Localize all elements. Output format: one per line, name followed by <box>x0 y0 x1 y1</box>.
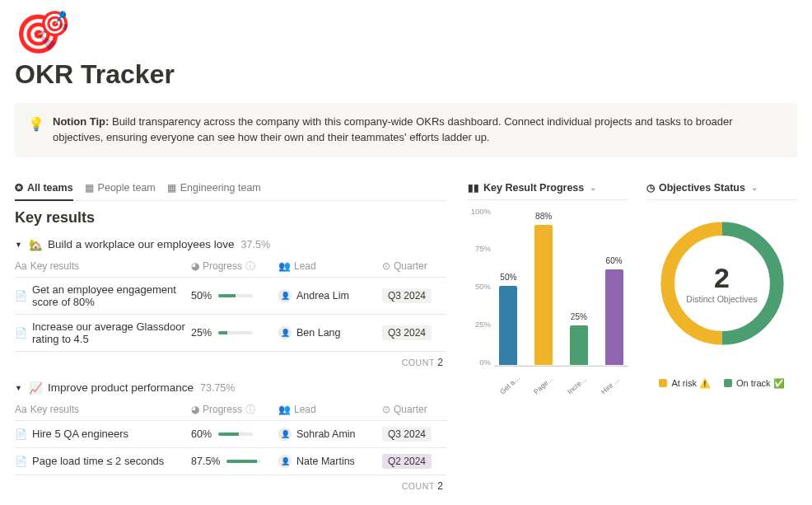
donut-center: 2 Distinct Objectives <box>660 222 784 345</box>
widget-header-donut[interactable]: ◷ Objectives Status ⌄ <box>646 179 797 200</box>
toggle-caret-icon[interactable]: ▼ <box>15 241 22 249</box>
avatar: 👤 <box>278 455 292 468</box>
plot-area: 50% 88% 25% 60% <box>494 207 628 367</box>
progress-fill <box>218 294 236 297</box>
bar-value: 60% <box>606 256 623 265</box>
quarter-badge: Q3 2024 <box>382 427 432 442</box>
lead-cell: 👤Andrea Lim <box>278 289 377 302</box>
bar: 88% <box>531 225 556 366</box>
y-axis: 100% 75% 50% 25% 0% <box>468 207 491 367</box>
kr-title-cell: 📄Increase our average Glassdoor rating t… <box>15 320 186 345</box>
tab-label: People team <box>98 182 156 194</box>
bar-chart-icon: ▮▮ <box>468 182 479 194</box>
toggle-caret-icon[interactable]: ▼ <box>15 384 22 392</box>
progress-bar <box>218 331 253 334</box>
donut-icon: ◕ <box>191 404 199 415</box>
lead-name: Ben Lang <box>296 327 341 339</box>
lead-cell: 👤Nate Martins <box>278 455 377 468</box>
kr-title-cell: 📄Hire 5 QA engineers <box>15 428 186 440</box>
info-icon: ⓘ <box>245 260 255 274</box>
swatch-icon <box>724 379 732 387</box>
donut-value: 2 <box>714 262 730 294</box>
quarter-badge: Q2 2024 <box>382 454 432 469</box>
callout: 💡 Notion Tip: Build transparency across … <box>15 103 797 157</box>
group-header: ▼ 📈 Improve product performance 73.75% <box>15 381 446 395</box>
tab-people-team[interactable]: ▦ People team <box>85 179 156 201</box>
callout-text: Notion Tip: Build transparency across th… <box>53 115 784 146</box>
table-row[interactable]: 📄Get an employee engagement score of 80%… <box>15 278 446 315</box>
bulb-icon: 💡 <box>28 115 44 146</box>
group-percent: 37.5% <box>241 239 270 250</box>
lead-name: Sohrab Amin <box>296 428 356 440</box>
progress-bar <box>218 433 253 436</box>
donut-legend: At risk ⚠️ On track ✅ <box>659 378 784 389</box>
progress-bar <box>226 460 261 463</box>
page-icon: 📄 <box>15 456 27 467</box>
table-row[interactable]: 📄Increase our average Glassdoor rating t… <box>15 315 446 352</box>
bar-value: 88% <box>535 212 552 221</box>
progress-cell: 60% <box>191 428 273 440</box>
group-label: Improve product performance <box>48 381 194 394</box>
group-label: Build a workplace our employees love <box>48 238 235 250</box>
tab-engineering-team[interactable]: ▦ Engineering team <box>167 179 261 201</box>
lead-name: Nate Martins <box>296 456 355 467</box>
table-footer: COUNT 2 <box>15 475 446 497</box>
column-progress: Progress <box>203 404 242 415</box>
group-percent: 73.75% <box>200 382 235 394</box>
progress-value: 50% <box>191 290 212 302</box>
kr-title: Hire 5 QA engineers <box>32 428 128 440</box>
table-header: AaKey results ◕Progressⓘ 👥Lead ⊙Quarter <box>15 256 446 278</box>
target-icon: ✪ <box>15 182 23 194</box>
bar-value: 25% <box>571 312 587 321</box>
widget-header-bar[interactable]: ▮▮ Key Result Progress ⌄ <box>468 179 628 200</box>
bar-value: 50% <box>500 273 516 282</box>
progress-value: 60% <box>191 428 212 440</box>
tab-all-teams[interactable]: ✪ All teams <box>15 179 73 201</box>
column-kr: Key results <box>30 260 79 272</box>
progress-cell: 87.5% <box>191 456 273 467</box>
widget-title: Objectives Status <box>659 182 745 194</box>
group-emoji-icon: 📈 <box>29 381 43 395</box>
select-icon: ⊙ <box>382 404 390 415</box>
page-icon: 🎯🎯 <box>15 15 62 53</box>
column-lead: Lead <box>294 260 316 272</box>
table-footer: COUNT 2 <box>15 352 446 373</box>
table-row[interactable]: 📄Page load time ≤ 2 seconds 87.5% 👤Nate … <box>15 448 446 475</box>
column-lead: Lead <box>294 404 316 415</box>
quarter-badge: Q3 2024 <box>382 288 432 303</box>
people-icon: 👥 <box>278 404 291 415</box>
kr-title: Get an employee engagement score of 80% <box>32 283 186 308</box>
progress-fill <box>226 460 257 463</box>
progress-fill <box>218 331 227 334</box>
kr-title-cell: 📄Page load time ≤ 2 seconds <box>15 455 186 467</box>
callout-bold: Notion Tip: <box>53 115 109 128</box>
group-name[interactable]: 🏡 Build a workplace our employees love <box>29 238 235 251</box>
page-title: OKR Tracker <box>15 59 797 90</box>
column-quarter: Quarter <box>394 260 427 272</box>
column-kr: Key results <box>30 404 79 415</box>
lead-name: Andrea Lim <box>296 290 349 302</box>
clock-icon: ◷ <box>646 182 655 194</box>
donut-icon: ◕ <box>191 260 199 272</box>
kr-title: Increase our average Glassdoor rating to… <box>32 320 186 345</box>
table-header: AaKey results ◕Progressⓘ 👥Lead ⊙Quarter <box>15 400 446 421</box>
people-icon: 👥 <box>278 260 291 272</box>
table-icon: ▦ <box>85 182 94 194</box>
avatar: 👤 <box>278 289 292 302</box>
donut-sublabel: Distinct Objectives <box>686 294 757 304</box>
select-icon: ⊙ <box>382 260 390 272</box>
table-row[interactable]: 📄Hire 5 QA engineers 60% 👤Sohrab Amin Q3… <box>15 421 446 448</box>
column-icon: Aa <box>15 260 27 272</box>
table-icon: ▦ <box>167 182 176 194</box>
legend-item-on-track: On track ✅ <box>724 378 785 389</box>
kr-title-cell: 📄Get an employee engagement score of 80% <box>15 283 186 308</box>
group-name[interactable]: 📈 Improve product performance <box>29 381 194 395</box>
kr-title: Page load time ≤ 2 seconds <box>32 455 164 467</box>
chevron-down-icon: ⌄ <box>590 183 596 192</box>
callout-body: Build transparency across the company wi… <box>53 115 733 143</box>
lead-cell: 👤Sohrab Amin <box>278 428 377 441</box>
dart-overlay-icon: 🎯 <box>35 7 73 42</box>
column-icon: Aa <box>15 404 27 415</box>
page-icon: 📄 <box>15 327 27 339</box>
tab-label: All teams <box>27 182 73 194</box>
